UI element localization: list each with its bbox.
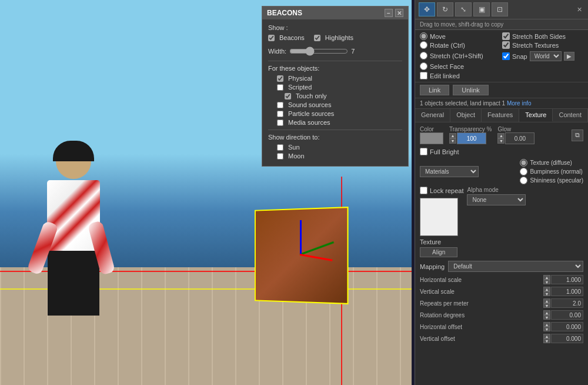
sound-checkbox[interactable] [277,102,283,108]
more-info-link[interactable]: More info [507,100,532,107]
select-face-label: Select Face [430,63,464,70]
stretch-radio[interactable] [420,52,427,59]
particle-checkbox[interactable] [277,111,283,117]
tab-object[interactable]: Object [450,109,482,122]
color-swatch[interactable] [420,132,443,144]
v-offset-up[interactable]: ▲ [543,334,550,338]
v-offset-label: Vertical offset [420,336,455,342]
h-offset-up[interactable]: ▲ [543,322,550,327]
repeats-up[interactable]: ▲ [543,298,550,303]
panel-close-btn[interactable]: ✕ [574,5,584,15]
move-radio[interactable] [420,32,427,40]
v-scale-up[interactable]: ▲ [543,287,550,291]
stretch-tex-row: Stretch Textures [502,41,583,49]
stretch-tool-btn[interactable]: ⤡ [455,2,472,16]
h-scale-value[interactable]: 1.000 [551,275,583,284]
v-scale-value[interactable]: 1.000 [551,287,583,296]
for-objects-label: For these objects: [268,65,402,72]
beacons-checkbox-row: Beacons [268,34,305,41]
moon-checkbox[interactable] [277,153,283,160]
scripted-checkbox[interactable] [277,84,283,91]
mapping-dropdown[interactable]: Default [448,261,583,272]
repeats-row: Repeats per meter ▲ ▼ 2.0 [420,298,583,308]
h-scale-label: Horizontal scale [420,277,462,283]
transform-section: Move Stretch Both Sides Rotate (Ctrl) St… [415,30,588,82]
v-scale-down[interactable]: ▼ [543,291,550,296]
glow-down[interactable]: ▼ [497,138,505,144]
texture-preview[interactable] [420,198,458,236]
rotation-down[interactable]: ▼ [543,315,550,320]
unlink-button[interactable]: Unlink [453,85,489,95]
h-offset-value[interactable]: 0.000 [551,322,583,331]
alpha-mode-dropdown[interactable]: None [467,194,526,205]
rotation-up[interactable]: ▲ [543,310,550,315]
transparency-value[interactable]: 100 [457,132,486,144]
width-label: Width: [268,48,286,55]
cube-object[interactable] [253,208,347,303]
sun-checkbox[interactable] [277,144,283,151]
repeats-down[interactable]: ▼ [543,303,550,308]
edit-linked-label: Edit linked [430,72,460,79]
touch-checkbox[interactable] [285,93,291,99]
texture-normal-radio[interactable] [520,168,527,175]
select-face-radio[interactable] [420,62,427,70]
link-button[interactable]: Link [420,85,449,95]
v-offset-down[interactable]: ▼ [543,338,550,343]
h-scale-up[interactable]: ▲ [543,275,550,280]
snap-checkbox[interactable] [502,52,510,60]
highlights-checkbox[interactable] [314,35,320,41]
glow-up[interactable]: ▲ [497,133,505,138]
glow-value[interactable]: 0.00 [505,132,534,144]
transparency-down[interactable]: ▼ [449,138,456,144]
snap-world-dropdown[interactable]: World [530,51,562,61]
h-scale-down[interactable]: ▼ [543,280,550,284]
copy-color-btn[interactable]: ⧉ [572,130,583,141]
texture-diffuse-radio[interactable] [520,159,527,167]
width-slider[interactable] [289,47,348,56]
media-checkbox[interactable] [277,120,283,126]
rotate-radio[interactable] [420,41,427,49]
stretch-both-checkbox[interactable] [502,32,510,40]
beacons-checkbox[interactable] [268,35,275,41]
texture-specular-label: Shininess (specular) [530,177,583,184]
tab-content[interactable]: Content [553,109,588,122]
v-scale-spinners: ▲ ▼ [543,287,550,296]
stretch-tex-checkbox[interactable] [502,41,510,49]
sun-label: Sun [288,144,300,151]
edit-linked-row: Edit linked [420,72,583,79]
close-button[interactable]: ✕ [395,9,403,17]
minimize-button[interactable]: − [385,9,393,17]
rotate-tool-btn[interactable]: ↻ [437,2,453,16]
materials-dropdown[interactable]: Materials [420,166,479,177]
fullbright-checkbox[interactable] [420,148,427,155]
materials-row: Materials Texture (diffuse) Bumpiness (n… [420,159,583,184]
rotate-radio-label: Rotate (Ctrl) [430,42,465,49]
physical-checkbox[interactable] [277,75,283,82]
transparency-up[interactable]: ▲ [449,133,456,138]
repeats-value[interactable]: 2.0 [551,298,583,308]
axis-arrow-z [300,254,333,261]
tab-features[interactable]: Features [482,109,519,122]
rotation-value[interactable]: 0.00 [551,310,583,320]
glow-label: Glow [497,126,534,132]
tab-general[interactable]: General [415,109,450,122]
transparency-spinners: ▲ ▼ [449,133,456,144]
media-label: Media sources [288,119,330,126]
show-label: Show : [268,24,402,31]
texture-specular-radio[interactable] [520,177,527,184]
v-offset-value[interactable]: 0.000 [551,334,583,343]
camera-tool-btn[interactable]: ⊡ [492,2,508,16]
tab-texture[interactable]: Texture [519,109,553,122]
snap-arrow-btn[interactable]: ▶ [564,52,574,61]
align-button[interactable]: Align [420,247,457,257]
h-offset-down[interactable]: ▼ [543,327,550,331]
texture-label-row: Texture [420,238,583,245]
select-tool-btn[interactable]: ▣ [473,2,490,16]
move-tool-btn[interactable]: ✥ [419,2,435,16]
lock-repeat-checkbox[interactable] [420,187,427,194]
fullbright-row: Full Bright [420,148,583,155]
rotation-group: ▲ ▼ 0.00 [543,310,583,320]
v-offset-row: Vertical offset ▲ ▼ 0.000 [420,333,583,344]
edit-linked-checkbox[interactable] [420,72,427,79]
moon-label: Moon [288,152,305,160]
